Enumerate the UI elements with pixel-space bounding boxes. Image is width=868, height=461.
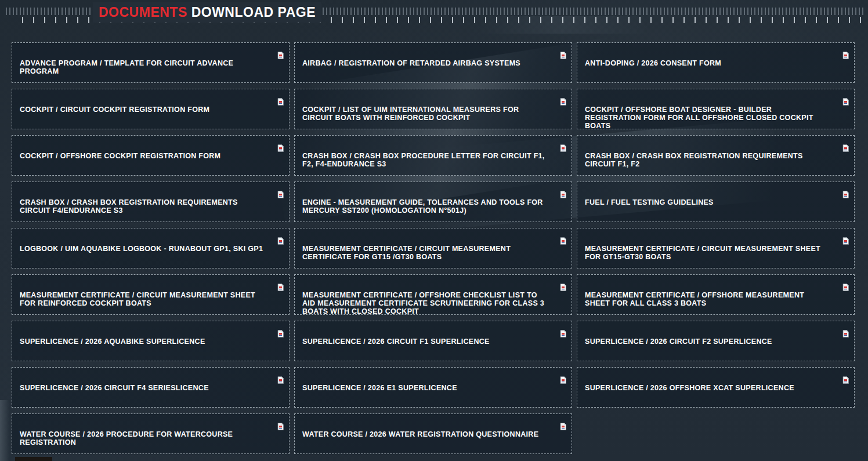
- page-title-accent: DOCUMENTS: [99, 5, 187, 20]
- file-document-icon: [277, 376, 284, 384]
- document-title: SUPERLICENCE / 2026 AQUABIKE SUPERLICENC…: [12, 321, 289, 346]
- document-title: CRASH BOX / CRASH BOX REGISTRATION REQUI…: [12, 182, 289, 215]
- document-title: MEASUREMENT CERTIFICATE / CIRCUIT MEASUR…: [577, 228, 854, 261]
- file-document-icon: [842, 191, 849, 198]
- document-card[interactable]: WATER COURSE / 2026 PROCEDURE FOR WATERC…: [12, 413, 290, 454]
- document-title: COCKPIT / LIST OF UIM INTERNATIONAL MEAS…: [295, 89, 572, 122]
- file-document-icon: [560, 52, 566, 59]
- file-document-icon: [277, 191, 284, 198]
- file-document-icon: [560, 376, 566, 384]
- document-title: MEASUREMENT CERTIFICATE / CIRCUIT MEASUR…: [295, 228, 572, 261]
- document-card[interactable]: SUPERLICENCE / 2026 CIRCUIT F1 SUPERLICE…: [294, 321, 572, 361]
- page-title-rest: DOWNLOAD PAGE: [191, 5, 316, 20]
- file-document-icon: [842, 376, 849, 384]
- file-document-icon: [560, 98, 566, 106]
- document-title: SUPERLICENCE / 2026 CIRCUIT F2 SUPERLICE…: [577, 321, 854, 346]
- document-title: LOGBOOK / UIM AQUABIKE LOGBOOK - RUNABOU…: [12, 228, 289, 253]
- document-title: ADVANCE PROGRAM / TEMPLATE FOR CIRCUIT A…: [12, 43, 289, 75]
- background-edge-highlight: [0, 400, 9, 461]
- document-card[interactable]: SUPERLICENCE / 2026 AQUABIKE SUPERLICENC…: [12, 321, 290, 361]
- document-title: COCKPIT / OFFSHORE BOAT DESIGNER - BUILD…: [577, 89, 854, 130]
- document-title: MEASUREMENT CERTIFICATE / CIRCUIT MEASUR…: [12, 275, 289, 307]
- document-title: SUPERLICENCE / 2026 CIRCUIT F4 SERIESLIC…: [12, 368, 289, 392]
- document-title: FUEL / FUEL TESTING GUIDELINES: [577, 182, 854, 206]
- document-card[interactable]: ENGINE - MEASUREMENT GUIDE, TOLERANCES A…: [294, 182, 572, 222]
- document-card[interactable]: COCKPIT / CIRCUIT COCKPIT REGISTRATION F…: [12, 89, 290, 129]
- file-document-icon: [842, 237, 849, 245]
- document-card[interactable]: COCKPIT / OFFSHORE BOAT DESIGNER - BUILD…: [577, 89, 855, 129]
- document-title: MEASUREMENT CERTIFICATE / OFFSHORE MEASU…: [577, 275, 854, 307]
- document-title: AIRBAG / REGISTRATION OF RETARDED AIRBAG…: [295, 43, 572, 67]
- document-card[interactable]: FUEL / FUEL TESTING GUIDELINES: [577, 182, 855, 222]
- document-title: SUPERLICENCE / 2026 CIRCUIT F1 SUPERLICE…: [295, 321, 572, 346]
- document-card[interactable]: COCKPIT / LIST OF UIM INTERNATIONAL MEAS…: [294, 89, 572, 129]
- document-card[interactable]: LOGBOOK / UIM AQUABIKE LOGBOOK - RUNABOU…: [12, 228, 290, 268]
- file-document-icon: [560, 330, 566, 337]
- document-card[interactable]: CRASH BOX / CRASH BOX REGISTRATION REQUI…: [577, 135, 855, 176]
- page-title: DOCUMENTS DOWNLOAD PAGE: [93, 2, 321, 23]
- document-card[interactable]: MEASUREMENT CERTIFICATE / CIRCUIT MEASUR…: [294, 228, 572, 268]
- file-document-icon: [560, 237, 566, 245]
- file-document-icon: [560, 191, 566, 198]
- documents-grid: ADVANCE PROGRAM / TEMPLATE FOR CIRCUIT A…: [12, 42, 855, 454]
- document-card[interactable]: MEASUREMENT CERTIFICATE / CIRCUIT MEASUR…: [577, 228, 855, 268]
- file-document-icon: [842, 52, 849, 59]
- file-document-icon: [560, 284, 566, 291]
- file-document-icon: [277, 144, 284, 152]
- document-card[interactable]: SUPERLICENCE / 2026 E1 SUPERLICENCE: [294, 367, 572, 408]
- document-title: CRASH BOX / CRASH BOX PROCEDURE LETTER F…: [295, 136, 572, 168]
- document-card[interactable]: MEASUREMENT CERTIFICATE / OFFSHORE CHECK…: [294, 274, 572, 315]
- document-title: CRASH BOX / CRASH BOX REGISTRATION REQUI…: [577, 136, 854, 168]
- document-card[interactable]: SUPERLICENCE / 2026 OFFSHORE XCAT SUPERL…: [577, 367, 855, 408]
- document-title: ENGINE - MEASUREMENT GUIDE, TOLERANCES A…: [295, 182, 572, 215]
- file-document-icon: [842, 330, 849, 337]
- document-title: SUPERLICENCE / 2026 E1 SUPERLICENCE: [295, 368, 572, 392]
- document-card[interactable]: MEASUREMENT CERTIFICATE / CIRCUIT MEASUR…: [12, 274, 290, 315]
- document-title: COCKPIT / OFFSHORE COCKPIT REGISTRATION …: [12, 136, 289, 160]
- document-title: MEASUREMENT CERTIFICATE / OFFSHORE CHECK…: [295, 275, 572, 315]
- document-card[interactable]: SUPERLICENCE / 2026 CIRCUIT F2 SUPERLICE…: [577, 321, 855, 361]
- file-document-icon: [560, 423, 566, 430]
- file-document-icon: [842, 284, 849, 291]
- file-document-icon: [277, 330, 284, 337]
- file-document-icon: [842, 144, 849, 152]
- file-document-icon: [842, 98, 849, 106]
- document-card[interactable]: ADVANCE PROGRAM / TEMPLATE FOR CIRCUIT A…: [12, 42, 290, 83]
- document-title: WATER COURSE / 2026 PROCEDURE FOR WATERC…: [12, 414, 289, 447]
- document-card[interactable]: SUPERLICENCE / 2026 CIRCUIT F4 SERIESLIC…: [12, 367, 290, 408]
- document-card[interactable]: COCKPIT / OFFSHORE COCKPIT REGISTRATION …: [12, 135, 290, 176]
- document-title: ANTI-DOPING / 2026 CONSENT FORM: [577, 43, 854, 67]
- page-title-spacer: [187, 5, 191, 20]
- document-card[interactable]: WATER COURSE / 2026 WATER REGISTRATION Q…: [294, 413, 572, 454]
- page-header: DOCUMENTS DOWNLOAD PAGE: [0, 0, 868, 42]
- file-document-icon: [560, 144, 566, 152]
- file-document-icon: [277, 98, 284, 106]
- partial-footer-element: [15, 457, 52, 461]
- document-title: COCKPIT / CIRCUIT COCKPIT REGISTRATION F…: [12, 89, 289, 114]
- document-card[interactable]: ANTI-DOPING / 2026 CONSENT FORM: [577, 42, 855, 83]
- document-title: WATER COURSE / 2026 WATER REGISTRATION Q…: [295, 414, 572, 438]
- document-card[interactable]: CRASH BOX / CRASH BOX PROCEDURE LETTER F…: [294, 135, 572, 176]
- file-document-icon: [277, 284, 284, 291]
- file-document-icon: [277, 423, 284, 430]
- document-card[interactable]: AIRBAG / REGISTRATION OF RETARDED AIRBAG…: [294, 42, 572, 83]
- document-title: SUPERLICENCE / 2026 OFFSHORE XCAT SUPERL…: [577, 368, 854, 392]
- document-card[interactable]: MEASUREMENT CERTIFICATE / OFFSHORE MEASU…: [577, 274, 855, 315]
- document-card[interactable]: CRASH BOX / CRASH BOX REGISTRATION REQUI…: [12, 182, 290, 222]
- file-document-icon: [277, 52, 284, 59]
- file-document-icon: [277, 237, 284, 245]
